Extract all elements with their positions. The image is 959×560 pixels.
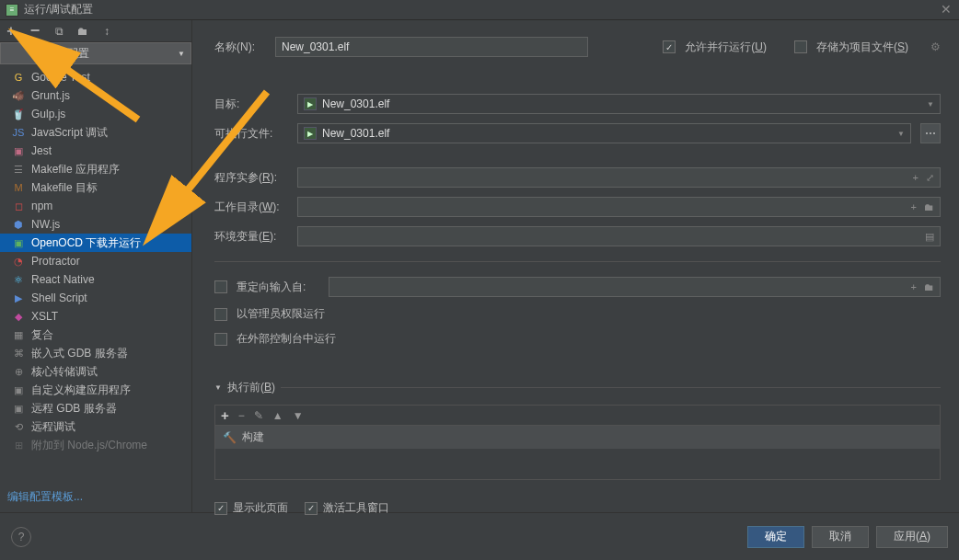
sidebar-item-label: 自定义构建应用程序 — [31, 383, 131, 398]
workdir-row: 工作目录(W): + 🖿 — [214, 197, 941, 217]
folder-icon[interactable]: 🖿 — [75, 24, 90, 39]
sidebar-item-gulp[interactable]: 🥤Gulp.js — [0, 105, 191, 123]
add-icon[interactable]: + — [4, 24, 18, 39]
sidebar-item-compound[interactable]: ▦复合 — [0, 326, 191, 344]
sidebar-item-label: Protractor — [31, 255, 80, 268]
remote-gdb-icon: ▣ — [11, 401, 26, 416]
workdir-input[interactable]: + 🖿 — [297, 197, 941, 217]
activate-window-checkbox[interactable] — [305, 502, 318, 515]
admin-row: 以管理员权限运行 — [214, 306, 941, 322]
gear-icon[interactable]: ⚙ — [930, 40, 941, 53]
jest-icon: ▣ — [11, 143, 26, 158]
env-input[interactable]: ▤ — [297, 226, 941, 246]
makefile-target-icon: M — [11, 180, 26, 195]
before-launch-list: 🔨 构建 — [214, 425, 941, 480]
sidebar-item-npm[interactable]: ◻npm — [0, 197, 191, 215]
sidebar-item-label: Gulp.js — [31, 108, 65, 120]
shell-icon: ▶ — [11, 291, 26, 305]
sidebar-item-label: Grunt.js — [31, 89, 70, 102]
sidebar-item-label: 复合 — [31, 327, 53, 343]
before-launch-header[interactable]: ▼ 执行前(B) — [214, 380, 275, 395]
xslt-icon: ◆ — [11, 309, 26, 324]
save-project-checkbox[interactable] — [794, 40, 807, 53]
show-page-label: 显示此页面 — [233, 500, 288, 516]
expand-icon[interactable]: ⤢ — [924, 172, 936, 184]
browse-folder-icon[interactable]: 🖿 — [922, 201, 936, 212]
target-value: New_0301.elf — [322, 97, 389, 110]
chevron-down-icon: ▼ — [897, 130, 905, 138]
task-add-icon[interactable]: + — [221, 407, 229, 423]
task-up-icon[interactable]: ▲ — [272, 409, 283, 422]
sidebar-item-remote-debug[interactable]: ⟲远程调试 — [0, 417, 191, 436]
list-item[interactable]: 🔨 构建 — [215, 426, 940, 449]
sidebar-item-jest[interactable]: ▣Jest — [0, 142, 191, 160]
add-config-label: 添加新配置 — [6, 46, 89, 62]
cancel-button[interactable]: 取消 — [812, 526, 869, 548]
target-label: 目标: — [214, 97, 288, 112]
close-icon[interactable]: ✕ — [941, 2, 952, 17]
compound-icon: ▦ — [11, 327, 26, 342]
redirect-input[interactable]: + 🖿 — [329, 277, 941, 297]
left-toolbar: + − ⧉ 🖿 ↕ — [0, 20, 191, 42]
npm-icon: ◻ — [11, 199, 26, 213]
task-down-icon[interactable]: ▼ — [293, 409, 304, 422]
sidebar-item-remote-gdb[interactable]: ▣远程 GDB 服务器 — [0, 399, 191, 417]
edit-templates-link[interactable]: 编辑配置模板... — [7, 490, 83, 503]
target-select[interactable]: ▶ New_0301.elf ▼ — [297, 94, 941, 114]
redirect-checkbox[interactable] — [214, 280, 227, 293]
sidebar-item-attach-node[interactable]: ⊞附加到 Node.js/Chrome — [0, 436, 191, 454]
sidebar-item-grunt[interactable]: 🐗Grunt.js — [0, 86, 191, 105]
sidebar-item-makefile-target[interactable]: MMakefile 目标 — [0, 178, 191, 197]
copy-icon[interactable]: ⧉ — [52, 24, 66, 39]
add-dir-icon[interactable]: + — [909, 201, 919, 212]
task-edit-icon[interactable]: ✎ — [254, 409, 263, 422]
args-input[interactable]: + ⤢ — [297, 167, 941, 188]
sidebar-item-embedded-gdb[interactable]: ⌘嵌入式 GDB 服务器 — [0, 344, 191, 362]
env-list-icon[interactable]: ▤ — [923, 231, 936, 243]
before-launch-toolbar: + − ✎ ▲ ▼ — [214, 405, 941, 425]
sidebar-item-makefile-app[interactable]: ☰Makefile 应用程序 — [0, 160, 191, 178]
extconsole-label: 在外部控制台中运行 — [237, 331, 336, 347]
left-panel: + − ⧉ 🖿 ↕ 添加新配置 ▼ GGoogle Test🐗Grunt.js🥤… — [0, 20, 192, 512]
sidebar-item-xslt[interactable]: ◆XSLT — [0, 307, 191, 326]
add-arg-icon[interactable]: + — [911, 172, 920, 183]
ok-button[interactable]: 确定 — [747, 526, 804, 548]
sidebar-item-label: 远程 GDB 服务器 — [31, 401, 117, 417]
target-row: 目标: ▶ New_0301.elf ▼ — [214, 94, 941, 114]
sidebar-item-openocd[interactable]: ▣OpenOCD 下载并运行 — [0, 234, 191, 252]
sidebar-item-react-native[interactable]: ⚛React Native — [0, 270, 191, 289]
remove-icon[interactable]: − — [28, 24, 42, 39]
task-remove-icon[interactable]: − — [238, 409, 245, 422]
help-button[interactable]: ? — [11, 527, 31, 547]
sidebar-item-protractor[interactable]: ◔Protractor — [0, 252, 191, 270]
env-row: 环境变量(E): ▤ — [214, 226, 941, 246]
sort-icon[interactable]: ↕ — [99, 24, 114, 39]
exec-more-button[interactable]: ⋯ — [920, 123, 941, 143]
left-footer: 编辑配置模板... — [0, 482, 191, 512]
exec-select[interactable]: ▶ New_0301.elf ▼ — [297, 123, 911, 143]
sidebar-item-core-dump[interactable]: ⊕核心转储调试 — [0, 362, 191, 381]
nwjs-icon: ⬢ — [11, 217, 26, 232]
sidebar-item-label: Makefile 目标 — [31, 180, 98, 196]
sidebar-item-label: NW.js — [31, 218, 60, 231]
add-config-dropdown[interactable]: 添加新配置 ▼ — [0, 42, 191, 64]
browse-redirect-icon[interactable]: 🖿 — [922, 281, 936, 292]
build-task-label: 构建 — [242, 429, 264, 445]
sidebar-item-js-debug[interactable]: JSJavaScript 调试 — [0, 123, 191, 142]
sidebar-item-nwjs[interactable]: ⬢NW.js — [0, 215, 191, 234]
extconsole-checkbox[interactable] — [214, 333, 227, 346]
sidebar-item-shell[interactable]: ▶Shell Script — [0, 289, 191, 307]
sidebar-item-custom-build[interactable]: ▣自定义构建应用程序 — [0, 381, 191, 399]
name-label: 名称(N): — [214, 40, 266, 55]
custom-build-icon: ▣ — [11, 383, 26, 397]
sidebar-item-google-test[interactable]: GGoogle Test — [0, 68, 191, 86]
apply-button[interactable]: 应用(A) — [876, 526, 948, 548]
name-input[interactable]: New_0301.elf — [275, 37, 588, 57]
show-page-checkbox[interactable] — [214, 502, 227, 515]
admin-checkbox[interactable] — [214, 308, 227, 321]
add-redirect-icon[interactable]: + — [909, 281, 919, 292]
name-row: 名称(N): New_0301.elf 允许并行运行(U) 存储为项目文件(S)… — [214, 37, 941, 57]
save-project-label: 存储为项目文件(S) — [816, 40, 908, 55]
allow-parallel-checkbox[interactable] — [663, 40, 676, 53]
sidebar-item-label: React Native — [31, 273, 95, 286]
